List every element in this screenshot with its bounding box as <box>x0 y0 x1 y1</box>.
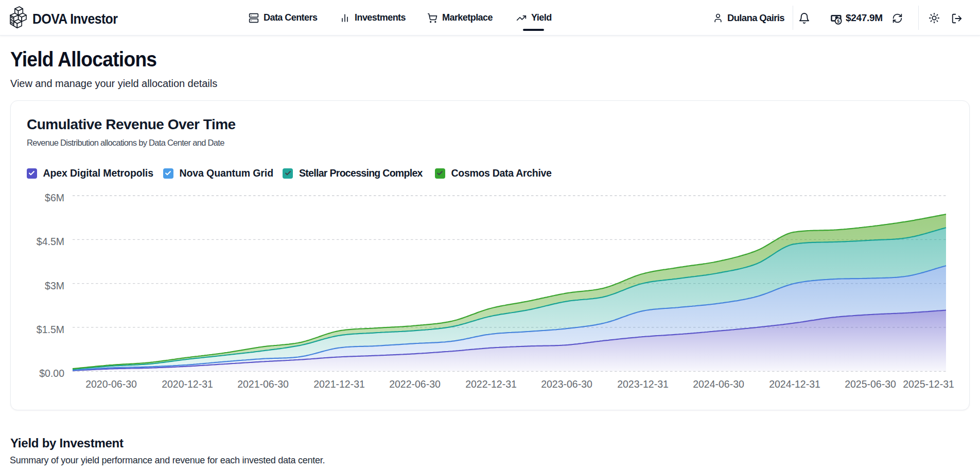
svg-text:$: $ <box>837 19 839 24</box>
